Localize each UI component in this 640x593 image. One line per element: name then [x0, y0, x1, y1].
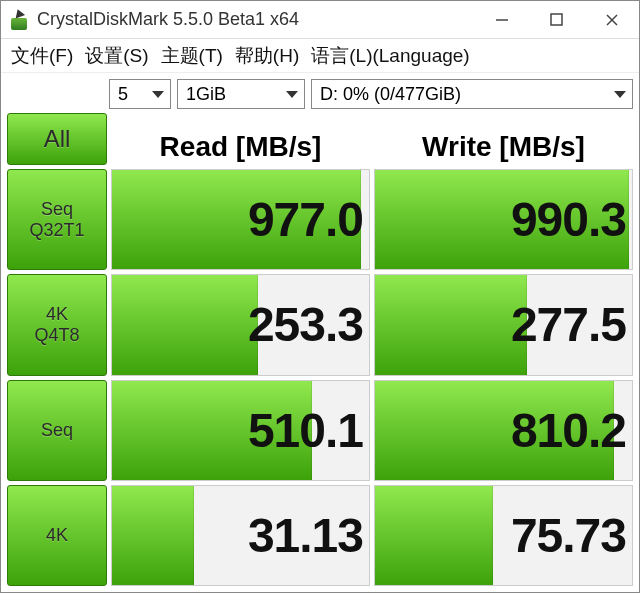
titlebar: CrystalDiskMark 5.5.0 Beta1 x64 [1, 1, 639, 39]
result-value: 277.5 [375, 275, 632, 374]
read-header: Read [MB/s] [111, 113, 370, 165]
app-window: CrystalDiskMark 5.5.0 Beta1 x64 文件(F) 设置… [0, 0, 640, 593]
menu-settings[interactable]: 设置(S) [81, 41, 152, 71]
seq-write-cell: 810.2 [374, 380, 633, 481]
minimize-button[interactable] [474, 1, 529, 38]
seq-q32t1-write-cell: 990.3 [374, 169, 633, 270]
size-value: 1GiB [186, 84, 226, 105]
window-controls [474, 1, 639, 38]
svg-rect-1 [551, 14, 562, 25]
controls-row: 5 1GiB D: 0% (0/477GiB) [109, 79, 633, 109]
window-title: CrystalDiskMark 5.5.0 Beta1 x64 [37, 9, 474, 30]
menu-language[interactable]: 语言(L)(Language) [307, 41, 473, 71]
result-value: 990.3 [375, 170, 632, 269]
4k-q4t8-button[interactable]: 4K Q4T8 [7, 274, 107, 375]
chevron-down-icon [614, 91, 626, 98]
seq-q32t1-read-cell: 977.0 [111, 169, 370, 270]
seq-q32t1-button[interactable]: Seq Q32T1 [7, 169, 107, 270]
4k-read-cell: 31.13 [111, 485, 370, 586]
menu-theme[interactable]: 主题(T) [157, 41, 227, 71]
runs-dropdown[interactable]: 5 [109, 79, 171, 109]
all-button[interactable]: All [7, 113, 107, 165]
result-value: 810.2 [375, 381, 632, 480]
drive-value: D: 0% (0/477GiB) [320, 84, 461, 105]
close-button[interactable] [584, 1, 639, 38]
runs-value: 5 [118, 84, 128, 105]
4k-q4t8-read-cell: 253.3 [111, 274, 370, 375]
result-value: 253.3 [112, 275, 369, 374]
menu-help[interactable]: 帮助(H) [231, 41, 303, 71]
maximize-button[interactable] [529, 1, 584, 38]
result-value: 510.1 [112, 381, 369, 480]
4k-write-cell: 75.73 [374, 485, 633, 586]
size-dropdown[interactable]: 1GiB [177, 79, 305, 109]
result-value: 977.0 [112, 170, 369, 269]
seq-button[interactable]: Seq [7, 380, 107, 481]
content-area: 5 1GiB D: 0% (0/477GiB) All Read [MB/s] … [1, 73, 639, 592]
menu-file[interactable]: 文件(F) [7, 41, 77, 71]
chevron-down-icon [286, 91, 298, 98]
app-icon [9, 10, 29, 30]
results-grid: All Read [MB/s] Write [MB/s] Seq Q32T1 9… [7, 113, 633, 586]
result-value: 75.73 [375, 486, 632, 585]
drive-dropdown[interactable]: D: 0% (0/477GiB) [311, 79, 633, 109]
write-header: Write [MB/s] [374, 113, 633, 165]
chevron-down-icon [152, 91, 164, 98]
4k-button[interactable]: 4K [7, 485, 107, 586]
result-value: 31.13 [112, 486, 369, 585]
menubar: 文件(F) 设置(S) 主题(T) 帮助(H) 语言(L)(Language) [1, 39, 639, 73]
seq-read-cell: 510.1 [111, 380, 370, 481]
4k-q4t8-write-cell: 277.5 [374, 274, 633, 375]
